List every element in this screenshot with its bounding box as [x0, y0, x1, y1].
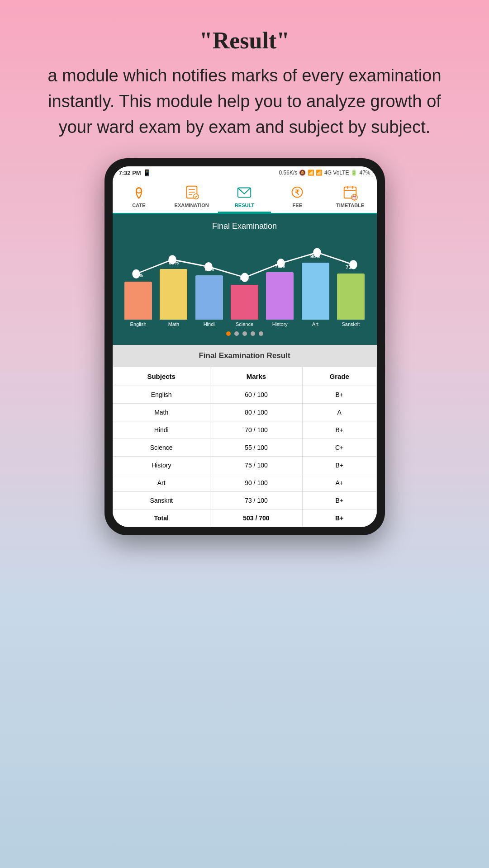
col-header-marks: Marks	[210, 367, 302, 386]
bar-label-art: Art	[299, 321, 332, 327]
table-cell-grade: A+	[303, 474, 376, 492]
dot-3[interactable]	[242, 331, 247, 336]
table-cell-marks: 503 / 700	[210, 509, 302, 527]
table-cell-grade: B+	[303, 457, 376, 474]
table-cell-grade: B+	[303, 386, 376, 404]
col-header-subjects: Subjects	[113, 367, 210, 386]
bar-pct-sanskrit: 73%	[346, 264, 356, 270]
nav-item-result[interactable]: RESULT	[218, 179, 271, 213]
chart-section: Final Examination 60%80%70%55%75%90%73% …	[113, 214, 377, 345]
dot-5[interactable]	[259, 331, 263, 336]
result-header: Final Examination Result	[113, 345, 377, 367]
bar-label-science: Science	[228, 321, 261, 327]
table-row: History75 / 100B+	[113, 457, 376, 474]
bar-label-math: Math	[157, 321, 190, 327]
table-cell-subject: Art	[113, 474, 210, 492]
bar-label-hindi: Hindi	[192, 321, 226, 327]
nav-bar: CATE EXAMINATION R	[113, 179, 377, 214]
table-cell-subject: English	[113, 386, 210, 404]
bar-math: 80%	[157, 247, 190, 320]
dot-1[interactable]	[226, 331, 231, 336]
signal-icons: 🔕 📶 📶	[299, 170, 323, 176]
result-section: Final Examination Result Subjects Marks …	[113, 345, 377, 527]
chart-title: Final Examination	[118, 222, 371, 231]
table-cell-grade: B+	[303, 421, 376, 439]
bar-science: 55%	[228, 247, 261, 320]
header-subtitle: a module which notifies marks of every e…	[36, 63, 453, 140]
table-cell-subject: Sanskrit	[113, 492, 210, 509]
table-row: Art90 / 100A+	[113, 474, 376, 492]
bars-row: 60%80%70%55%75%90%73%	[118, 247, 371, 320]
status-icon: 📱	[143, 169, 151, 176]
bar-sanskrit: 73%	[334, 247, 367, 320]
bar-pct-history: 75%	[275, 263, 285, 269]
table-row: Total503 / 700B+	[113, 509, 376, 527]
table-cell-grade: B+	[303, 509, 376, 527]
table-cell-marks: 55 / 100	[210, 439, 302, 457]
bar-rect-english	[124, 282, 152, 320]
table-row: Science55 / 100C+	[113, 439, 376, 457]
dot-2[interactable]	[234, 331, 239, 336]
nav-item-examination[interactable]: EXAMINATION	[165, 179, 218, 213]
status-left: 7:32 PM 📱	[119, 169, 151, 176]
bar-label-english: English	[122, 321, 155, 327]
dot-indicators	[118, 331, 371, 336]
labels-row: EnglishMathHindiScienceHistoryArtSanskri…	[118, 320, 371, 327]
bar-label-history: History	[263, 321, 297, 327]
table-row: Hindi70 / 100B+	[113, 421, 376, 439]
nav-label-fee: FEE	[293, 203, 302, 208]
table-row: English60 / 100B+	[113, 386, 376, 404]
bar-history: 75%	[263, 247, 297, 320]
result-table: Subjects Marks Grade English60 / 100B+Ma…	[113, 367, 377, 527]
bar-hindi: 70%	[192, 247, 226, 320]
table-row: Sanskrit73 / 100B+	[113, 492, 376, 509]
bar-art: 90%	[299, 247, 332, 320]
table-cell-grade: C+	[303, 439, 376, 457]
nav-label-result: RESULT	[235, 203, 254, 208]
chart-wrapper: 60%80%70%55%75%90%73% EnglishMathHindiSc…	[118, 238, 371, 327]
table-cell-marks: 70 / 100	[210, 421, 302, 439]
bar-pct-hindi: 70%	[204, 266, 214, 272]
status-right: 0.56K/s 🔕 📶 📶 4G VoLTE 🔋 47%	[279, 170, 370, 176]
network-speed: 0.56K/s	[279, 170, 298, 176]
svg-text:₹: ₹	[295, 189, 299, 196]
bar-rect-art	[302, 263, 329, 320]
nav-item-cate[interactable]: CATE	[113, 179, 166, 213]
bar-pct-art: 90%	[310, 254, 320, 259]
bar-rect-math	[160, 269, 187, 320]
network-type: 4G VoLTE	[324, 170, 349, 176]
table-cell-subject: Total	[113, 509, 210, 527]
rupee-icon: ₹	[289, 184, 306, 201]
svg-text:⏰: ⏰	[352, 195, 357, 200]
table-cell-subject: History	[113, 457, 210, 474]
bar-rect-science	[231, 285, 258, 320]
dot-4[interactable]	[251, 331, 255, 336]
table-cell-subject: Math	[113, 404, 210, 421]
nav-label-cate: CATE	[132, 203, 145, 208]
table-cell-grade: B+	[303, 492, 376, 509]
bar-rect-history	[266, 272, 294, 320]
battery-icon: 🔋	[351, 170, 357, 176]
bars-and-line: 60%80%70%55%75%90%73%	[118, 238, 371, 320]
bar-pct-english: 60%	[133, 273, 143, 278]
bar-rect-hindi	[195, 275, 223, 320]
table-cell-marks: 60 / 100	[210, 386, 302, 404]
col-header-grade: Grade	[303, 367, 376, 386]
table-cell-subject: Science	[113, 439, 210, 457]
table-cell-marks: 73 / 100	[210, 492, 302, 509]
header-title: "Result"	[36, 27, 453, 54]
bar-pct-math: 80%	[169, 260, 179, 265]
phone-screen: 7:32 PM 📱 0.56K/s 🔕 📶 📶 4G VoLTE 🔋 47% C…	[113, 166, 377, 527]
bar-pct-science: 55%	[239, 276, 249, 281]
bar-english: 60%	[122, 247, 155, 320]
status-bar: 7:32 PM 📱 0.56K/s 🔕 📶 📶 4G VoLTE 🔋 47%	[113, 166, 377, 179]
bar-rect-sanskrit	[337, 274, 365, 320]
table-cell-marks: 75 / 100	[210, 457, 302, 474]
bar-label-sanskrit: Sanskrit	[334, 321, 367, 327]
nav-item-fee[interactable]: ₹ FEE	[271, 179, 324, 213]
battery-pct: 47%	[359, 170, 370, 176]
nav-item-timetable[interactable]: ⏰ TIMETABLE	[324, 179, 377, 213]
nav-label-examination: EXAMINATION	[175, 203, 209, 208]
calendar-icon: ⏰	[342, 184, 359, 201]
table-row: Math80 / 100A	[113, 404, 376, 421]
